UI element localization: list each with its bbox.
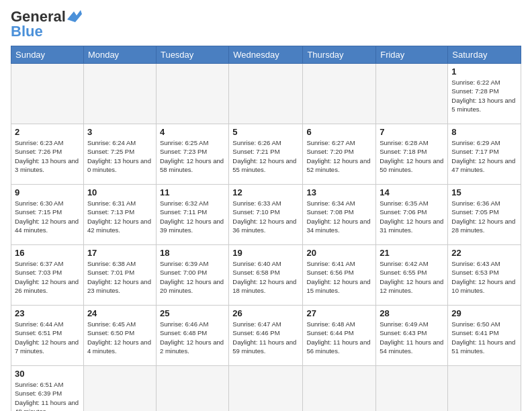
- day-number: 20: [306, 248, 372, 258]
- day-number: 7: [380, 127, 444, 137]
- calendar-cell: [83, 64, 156, 124]
- daylight-label: Daylight: 12 hours and 55 minutes.: [232, 157, 296, 173]
- logo: General Blue: [11, 8, 82, 40]
- col-sunday: Sunday: [11, 46, 84, 64]
- calendar-cell: [229, 366, 303, 412]
- sunset-label: Sunset: 6:46 PM: [232, 329, 279, 336]
- sunrise-label: Sunrise: 6:27 AM: [306, 139, 355, 146]
- day-info: Sunrise: 6:44 AM Sunset: 6:51 PM Dayligh…: [15, 320, 80, 355]
- sunset-label: Sunset: 6:55 PM: [380, 269, 427, 276]
- calendar-cell: 5 Sunrise: 6:26 AM Sunset: 7:21 PM Dayli…: [229, 124, 303, 185]
- col-tuesday: Tuesday: [156, 46, 228, 64]
- day-number: 6: [306, 127, 372, 137]
- calendar-cell: 29 Sunrise: 6:50 AM Sunset: 6:41 PM Dayl…: [448, 306, 521, 366]
- daylight-label: Daylight: 12 hours and 31 minutes.: [380, 218, 443, 234]
- sunset-label: Sunset: 7:23 PM: [160, 148, 207, 155]
- day-info: Sunrise: 6:48 AM Sunset: 6:44 PM Dayligh…: [306, 320, 372, 355]
- sunset-label: Sunset: 7:15 PM: [15, 208, 62, 216]
- sunrise-label: Sunrise: 6:35 AM: [380, 199, 428, 207]
- sunset-label: Sunset: 7:20 PM: [306, 148, 353, 155]
- col-monday: Monday: [83, 46, 156, 64]
- sunrise-label: Sunrise: 6:33 AM: [232, 199, 281, 207]
- daylight-label: Daylight: 12 hours and 15 minutes.: [306, 278, 370, 294]
- sunset-label: Sunset: 7:03 PM: [15, 269, 62, 276]
- calendar-week-row: 16 Sunrise: 6:37 AM Sunset: 7:03 PM Dayl…: [11, 245, 521, 306]
- day-info: Sunrise: 6:36 AM Sunset: 7:05 PM Dayligh…: [451, 199, 517, 234]
- day-info: Sunrise: 6:28 AM Sunset: 7:18 PM Dayligh…: [380, 138, 444, 174]
- daylight-label: Daylight: 12 hours and 39 minutes.: [160, 218, 224, 234]
- day-number: 16: [15, 248, 80, 258]
- day-info: Sunrise: 6:34 AM Sunset: 7:08 PM Dayligh…: [306, 199, 372, 234]
- calendar-cell: 24 Sunrise: 6:45 AM Sunset: 6:50 PM Dayl…: [83, 306, 156, 366]
- calendar-page: General Blue Sunday Monday Tuesday Wedne…: [0, 0, 532, 411]
- calendar-cell: 18 Sunrise: 6:39 AM Sunset: 7:00 PM Dayl…: [156, 245, 228, 306]
- daylight-label: Daylight: 13 hours and 3 minutes.: [15, 157, 79, 173]
- sunrise-label: Sunrise: 6:22 AM: [451, 79, 500, 86]
- sunset-label: Sunset: 7:18 PM: [380, 148, 427, 155]
- day-info: Sunrise: 6:45 AM Sunset: 6:50 PM Dayligh…: [87, 320, 152, 355]
- daylight-label: Daylight: 12 hours and 20 minutes.: [160, 278, 224, 294]
- col-thursday: Thursday: [303, 46, 376, 64]
- calendar-cell: [229, 64, 303, 124]
- sunset-label: Sunset: 6:51 PM: [15, 329, 62, 336]
- sunset-label: Sunset: 6:50 PM: [87, 329, 134, 336]
- calendar-cell: [156, 366, 228, 412]
- calendar-cell: 6 Sunrise: 6:27 AM Sunset: 7:20 PM Dayli…: [303, 124, 376, 185]
- day-number: 28: [380, 308, 444, 318]
- daylight-label: Daylight: 12 hours and 7 minutes.: [15, 338, 79, 355]
- calendar-cell: 19 Sunrise: 6:40 AM Sunset: 6:58 PM Dayl…: [229, 245, 303, 306]
- day-number: 1: [451, 66, 517, 77]
- calendar-cell: [303, 64, 376, 124]
- day-info: Sunrise: 6:47 AM Sunset: 6:46 PM Dayligh…: [232, 320, 299, 355]
- day-number: 29: [451, 308, 517, 318]
- sunset-label: Sunset: 6:58 PM: [232, 269, 279, 276]
- sunrise-label: Sunrise: 6:34 AM: [306, 199, 355, 207]
- day-info: Sunrise: 6:27 AM Sunset: 7:20 PM Dayligh…: [306, 138, 372, 174]
- day-info: Sunrise: 6:50 AM Sunset: 6:41 PM Dayligh…: [451, 320, 517, 355]
- daylight-label: Daylight: 12 hours and 18 minutes.: [232, 278, 296, 294]
- sunset-label: Sunset: 6:48 PM: [160, 329, 207, 336]
- sunset-label: Sunset: 7:21 PM: [232, 148, 279, 155]
- day-info: Sunrise: 6:40 AM Sunset: 6:58 PM Dayligh…: [232, 259, 299, 295]
- calendar-cell: 21 Sunrise: 6:42 AM Sunset: 6:55 PM Dayl…: [376, 245, 448, 306]
- day-number: 26: [232, 308, 299, 318]
- sunrise-label: Sunrise: 6:36 AM: [451, 199, 500, 207]
- calendar-cell: [376, 366, 448, 412]
- calendar-week-row: 23 Sunrise: 6:44 AM Sunset: 6:51 PM Dayl…: [11, 306, 521, 366]
- calendar-cell: 14 Sunrise: 6:35 AM Sunset: 7:06 PM Dayl…: [376, 185, 448, 245]
- daylight-label: Daylight: 12 hours and 28 minutes.: [451, 218, 515, 234]
- calendar-cell: 13 Sunrise: 6:34 AM Sunset: 7:08 PM Dayl…: [303, 185, 376, 245]
- sunrise-label: Sunrise: 6:50 AM: [451, 320, 500, 328]
- day-info: Sunrise: 6:39 AM Sunset: 7:00 PM Dayligh…: [160, 259, 225, 295]
- sunset-label: Sunset: 6:44 PM: [306, 329, 353, 336]
- day-info: Sunrise: 6:35 AM Sunset: 7:06 PM Dayligh…: [380, 199, 444, 234]
- day-number: 13: [306, 187, 372, 197]
- sunset-label: Sunset: 6:41 PM: [451, 329, 498, 336]
- sunset-label: Sunset: 6:53 PM: [451, 269, 498, 276]
- sunrise-label: Sunrise: 6:37 AM: [15, 260, 63, 267]
- day-number: 25: [160, 308, 225, 318]
- sunrise-label: Sunrise: 6:42 AM: [380, 260, 428, 267]
- day-info: Sunrise: 6:22 AM Sunset: 7:28 PM Dayligh…: [451, 78, 517, 113]
- day-info: Sunrise: 6:31 AM Sunset: 7:13 PM Dayligh…: [87, 199, 152, 234]
- day-number: 14: [380, 187, 444, 197]
- daylight-label: Daylight: 12 hours and 4 minutes.: [87, 338, 151, 355]
- col-friday: Friday: [376, 46, 448, 64]
- sunrise-label: Sunrise: 6:32 AM: [160, 199, 208, 207]
- day-info: Sunrise: 6:23 AM Sunset: 7:26 PM Dayligh…: [15, 138, 80, 174]
- day-number: 30: [15, 369, 80, 379]
- daylight-label: Daylight: 12 hours and 12 minutes.: [380, 278, 443, 294]
- daylight-label: Daylight: 11 hours and 59 minutes.: [232, 338, 296, 355]
- day-info: Sunrise: 6:38 AM Sunset: 7:01 PM Dayligh…: [87, 259, 152, 295]
- daylight-label: Daylight: 12 hours and 44 minutes.: [15, 218, 79, 234]
- logo-bird-icon: [67, 10, 82, 22]
- day-info: Sunrise: 6:49 AM Sunset: 6:43 PM Dayligh…: [380, 320, 444, 355]
- day-info: Sunrise: 6:51 AM Sunset: 6:39 PM Dayligh…: [15, 380, 80, 411]
- daylight-label: Daylight: 12 hours and 10 minutes.: [451, 278, 515, 294]
- calendar-week-row: 9 Sunrise: 6:30 AM Sunset: 7:15 PM Dayli…: [11, 185, 521, 245]
- sunrise-label: Sunrise: 6:43 AM: [451, 260, 500, 267]
- sunrise-label: Sunrise: 6:38 AM: [87, 260, 136, 267]
- day-number: 21: [380, 248, 444, 258]
- day-info: Sunrise: 6:46 AM Sunset: 6:48 PM Dayligh…: [160, 320, 225, 355]
- sunrise-label: Sunrise: 6:45 AM: [87, 320, 136, 328]
